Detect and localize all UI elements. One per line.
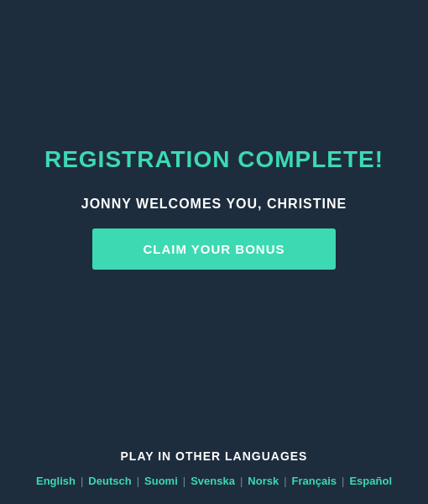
language-link-français[interactable]: Français [292,475,337,487]
language-link-svenska[interactable]: Svenska [191,475,235,487]
language-link-deutsch[interactable]: Deutsch [88,475,131,487]
language-link-español[interactable]: Español [349,475,392,487]
claim-bonus-button[interactable]: CLAIM YOUR BONUS [92,228,335,270]
footer-section: PLAY IN OTHER LANGUAGES English|Deutsch|… [0,449,428,504]
language-separator: | [183,475,185,487]
main-content: REGISTRATION COMPLETE! JONNY WELCOMES YO… [0,0,428,449]
welcome-message: JONNY WELCOMES YOU, CHRISTINE [81,197,347,212]
language-separator: | [342,475,344,487]
language-link-norsk[interactable]: Norsk [248,475,279,487]
language-links: English|Deutsch|Suomi|Svenska|Norsk|Fran… [0,475,428,487]
registration-title: REGISTRATION COMPLETE! [44,146,384,173]
language-separator: | [137,475,139,487]
language-separator: | [81,475,83,487]
language-separator: | [240,475,243,487]
language-separator: | [284,475,286,487]
language-link-english[interactable]: English [36,475,76,487]
language-link-suomi[interactable]: Suomi [144,475,178,487]
other-languages-label: PLAY IN OTHER LANGUAGES [121,449,308,463]
